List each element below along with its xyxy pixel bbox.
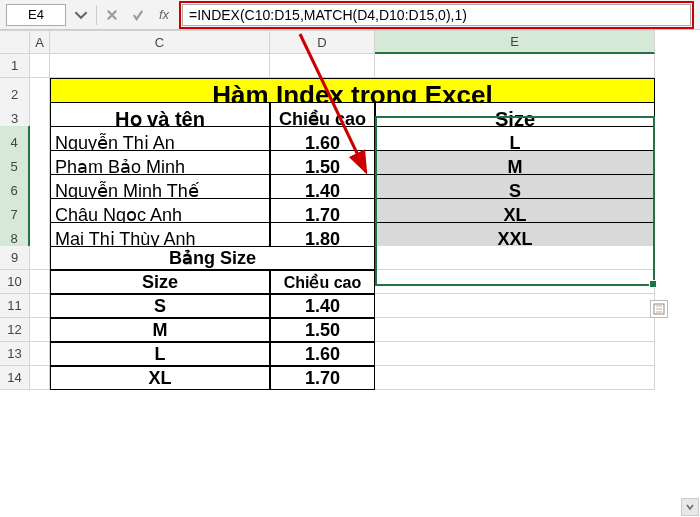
height-col-header[interactable]: Chiều cao xyxy=(270,270,375,294)
cell-sizeheight[interactable]: 1.50 xyxy=(270,318,375,342)
row-head[interactable]: 10 xyxy=(0,270,30,294)
select-all[interactable] xyxy=(0,30,30,54)
formula-highlight: =INDEX(C10:D15,MATCH(D4,D10:D15,0),1) xyxy=(179,1,694,29)
cell[interactable] xyxy=(375,294,655,318)
cell[interactable] xyxy=(50,54,270,78)
row-head[interactable]: 13 xyxy=(0,342,30,366)
row-head[interactable]: 9 xyxy=(0,246,30,270)
cell[interactable] xyxy=(30,294,50,318)
cell-sizecode[interactable]: L xyxy=(50,342,270,366)
cell-sizecode[interactable]: M xyxy=(50,318,270,342)
size-col-header[interactable]: Size xyxy=(50,270,270,294)
cell[interactable] xyxy=(270,54,375,78)
dropdown-icon[interactable] xyxy=(70,4,92,26)
cell-sizeheight[interactable]: 1.60 xyxy=(270,342,375,366)
cell-sizecode[interactable]: XL xyxy=(50,366,270,390)
cell[interactable] xyxy=(375,366,655,390)
col-head-e[interactable]: E xyxy=(375,30,655,54)
cell[interactable] xyxy=(30,54,50,78)
col-head-a[interactable]: A xyxy=(30,30,50,54)
cancel-icon[interactable] xyxy=(101,4,123,26)
col-head-c[interactable]: C xyxy=(50,30,270,54)
size-table-title[interactable]: Bảng Size xyxy=(50,246,375,270)
cell[interactable] xyxy=(30,246,50,270)
spreadsheet-grid[interactable]: A C D E 1 2 Hàm Index trong Excel 3 Họ v… xyxy=(0,30,700,390)
smart-tag-icon[interactable] xyxy=(650,300,668,318)
cell[interactable] xyxy=(375,342,655,366)
row-head[interactable]: 1 xyxy=(0,54,30,78)
cell[interactable] xyxy=(375,54,655,78)
row-head[interactable]: 11 xyxy=(0,294,30,318)
fx-icon[interactable]: fx xyxy=(153,4,175,26)
cell[interactable] xyxy=(30,318,50,342)
row-head[interactable]: 12 xyxy=(0,318,30,342)
cell-sizeheight[interactable]: 1.70 xyxy=(270,366,375,390)
scroll-down-icon[interactable] xyxy=(681,498,699,516)
cell[interactable] xyxy=(30,366,50,390)
name-box[interactable]: E4 xyxy=(6,4,66,26)
cell[interactable] xyxy=(375,246,655,270)
cell-sizecode[interactable]: S xyxy=(50,294,270,318)
cell[interactable] xyxy=(30,342,50,366)
formula-input[interactable]: =INDEX(C10:D15,MATCH(D4,D10:D15,0),1) xyxy=(182,4,691,26)
cell-sizeheight[interactable]: 1.40 xyxy=(270,294,375,318)
cell[interactable] xyxy=(375,270,655,294)
row-head[interactable]: 14 xyxy=(0,366,30,390)
formula-bar: E4 fx =INDEX(C10:D15,MATCH(D4,D10:D15,0)… xyxy=(0,0,700,30)
enter-icon[interactable] xyxy=(127,4,149,26)
cell[interactable] xyxy=(375,318,655,342)
cell[interactable] xyxy=(30,270,50,294)
col-head-d[interactable]: D xyxy=(270,30,375,54)
